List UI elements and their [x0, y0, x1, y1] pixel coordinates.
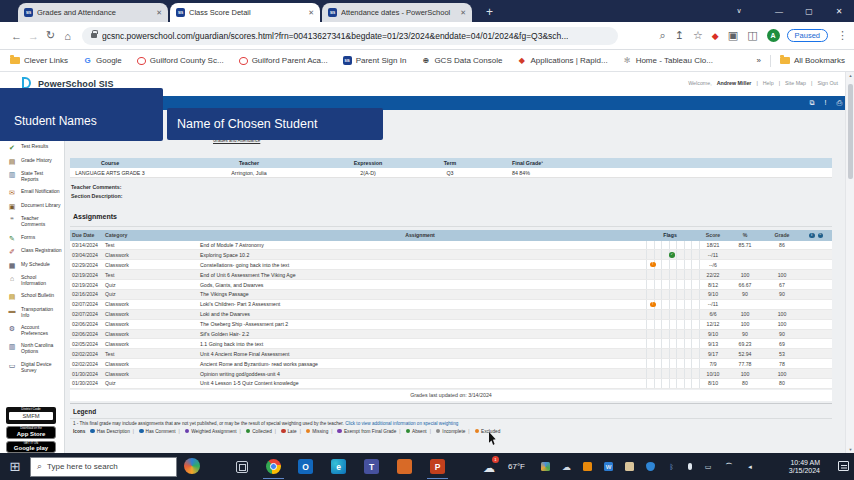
scroll-up-icon[interactable]: ▲ — [846, 73, 854, 78]
assignment-name[interactable]: Opinion writing god/goddess-unit 4 — [200, 371, 640, 377]
address-bar[interactable]: gcsnc.powerschool.com/guardian/scores.ht… — [82, 27, 618, 45]
tab-close-icon[interactable]: ✕ — [460, 9, 466, 17]
extensions-puzzle-icon[interactable]: ▣ — [728, 29, 738, 42]
assignment-name[interactable]: Sif's Golden Hair- 2.2 — [200, 331, 640, 337]
search-highlight-icon[interactable] — [184, 458, 200, 474]
temperature-text[interactable]: 67°F — [508, 462, 525, 471]
print-icon[interactable]: ⎙ — [836, 99, 842, 107]
bookmarks-overflow-chevron-icon[interactable]: » — [756, 56, 760, 65]
reload-icon[interactable]: ↻ — [42, 29, 59, 42]
assignment-name[interactable]: Unit 4 Ancient Rome Final Assessment — [200, 351, 640, 357]
side-panel-icon[interactable]: ◫ — [747, 29, 757, 42]
sidebar-item-grade-history[interactable]: ▤ Grade History — [7, 158, 62, 165]
bookmark-star-icon[interactable]: ☆ — [693, 29, 703, 42]
sidebar-item-digital-device-survey[interactable]: ▭ Digital Device Survey — [7, 362, 62, 374]
minimize-button[interactable]: — — [764, 7, 794, 16]
page-scrollbar[interactable]: ▲ ▼ — [845, 72, 854, 453]
taskbar-app-chrome[interactable] — [266, 459, 281, 474]
special-weighting-link[interactable]: Click to view additional information on … — [345, 421, 458, 426]
sign-out-link[interactable]: Sign Out — [817, 80, 838, 86]
sidebar-item-school-information[interactable]: ⌂ School Information — [7, 275, 62, 287]
word-tray-icon[interactable]: W — [604, 462, 613, 471]
forward-icon[interactable]: → — [25, 30, 42, 42]
external-link-icon[interactable]: ⧉ — [809, 99, 814, 107]
new-tab-button[interactable]: + — [486, 3, 493, 21]
assignment-name[interactable]: Exploring Space 10.2 — [200, 252, 640, 258]
home-icon[interactable]: ⌂ — [59, 30, 76, 42]
sidebar-item-state-test-reports[interactable]: ▥ State Test Reports — [7, 171, 62, 183]
bookmark-item[interactable]: SIS Parent Sign In — [343, 56, 407, 65]
bookmark-item[interactable]: ✻ Home - Tableau Clo... — [623, 56, 713, 65]
meet-now-icon[interactable] — [541, 462, 550, 471]
sidebar-item-email-notification[interactable]: ✉ Email Notification — [7, 189, 62, 196]
sidebar-item-test-results[interactable]: ✔ Test Results — [7, 144, 62, 151]
google-play-badge[interactable]: GET IT ON Google play — [6, 441, 56, 453]
sidebar-item-school-bulletin[interactable]: ▤ School Bulletin — [7, 293, 62, 300]
bookmark-item[interactable]: Guilford Parent Aca... — [239, 56, 328, 65]
back-icon[interactable]: ← — [8, 30, 25, 42]
assignment-name[interactable]: The Oseberg Ship -Assessment part 2 — [200, 321, 640, 327]
bookmark-item[interactable]: G Google — [83, 56, 122, 65]
menu-kebab-icon[interactable]: ⋮ — [837, 29, 848, 42]
extension-icon[interactable]: ◆ — [712, 31, 719, 41]
maximize-button[interactable]: ▢ — [794, 7, 824, 16]
sync-paused-badge[interactable]: Paused — [787, 29, 828, 42]
assignment-name[interactable]: End of Module 7 Astronomy — [200, 242, 640, 248]
assignment-name[interactable]: The Vikings Passage — [200, 291, 640, 297]
bookmark-item[interactable]: Clever Links — [10, 56, 68, 65]
forticlient-icon[interactable] — [583, 462, 592, 471]
sidebar-item-class-registration[interactable]: ✐ Class Registration — [7, 248, 62, 255]
zoom-icon[interactable]: ⌕ — [660, 29, 666, 42]
defender-icon[interactable] — [646, 462, 655, 471]
all-bookmarks-button[interactable]: All Bookmarks — [780, 56, 845, 65]
taskbar-search[interactable]: ⌕ Type here to search — [30, 457, 177, 477]
sidebar-item-document-library[interactable]: ▣ Document Library — [7, 203, 62, 210]
app-store-badge[interactable]: Download on the App Store — [6, 426, 56, 439]
weather-widget[interactable]: ☁ 1 — [483, 458, 495, 476]
assignment-name[interactable]: 1.1 Going back into the text — [200, 341, 640, 347]
taskbar-app-outlook[interactable]: O — [298, 459, 313, 474]
taskbar-app-teams[interactable]: T — [364, 459, 379, 474]
browser-tab[interactable]: SIS Class Score Detail ✕ — [170, 3, 320, 22]
action-center-icon[interactable] — [838, 461, 849, 471]
assignment-name[interactable]: Unit 4 Lesson 1-5 Quiz Content knowledge — [200, 380, 640, 386]
assignment-name[interactable]: Gods, Giants, and Dwarves — [200, 282, 640, 288]
microphone-icon[interactable] — [688, 463, 692, 470]
taskbar-clock[interactable]: 10:49 AM 3/15/2024 — [768, 459, 820, 476]
sidebar-item-transportation-info[interactable]: ▬ Transportation Info — [7, 307, 62, 319]
taskbar-app-edge[interactable]: e — [331, 459, 346, 474]
wifi-icon[interactable]: ⌒ — [725, 462, 734, 471]
share-icon[interactable]: ↥ — [675, 29, 684, 42]
close-window-button[interactable]: ✕ — [824, 7, 854, 16]
sidebar-item-my-schedule[interactable]: ▦ My Schedule — [7, 262, 62, 269]
battery-icon[interactable]: ▭ — [704, 462, 713, 471]
bluetooth-icon[interactable]: ᛒ — [667, 462, 676, 471]
bookmark-item[interactable]: ◆ Applications | Rapid... — [517, 56, 607, 65]
start-button[interactable]: ⊞ — [0, 453, 30, 480]
sidebar-item-account-preferences[interactable]: ⚙ Account Preferences — [7, 325, 62, 337]
tab-close-icon[interactable]: ✕ — [156, 9, 162, 17]
sidebar-item-forms[interactable]: ✎ Forms — [7, 235, 62, 242]
bookmark-item[interactable]: ⊕ GCS Data Console — [421, 56, 502, 65]
tab-close-icon[interactable]: ✕ — [308, 9, 314, 17]
browser-tab[interactable]: SIS Grades and Attendance ✕ — [18, 3, 168, 22]
assignment-name[interactable]: Loki's Children- Part 3 Assessment — [200, 301, 640, 307]
sidebar-item-teacher-comments[interactable]: ❝ Teacher Comments — [7, 216, 62, 228]
site-map-link[interactable]: Site Map — [785, 80, 806, 86]
scroll-down-icon[interactable]: ▼ — [846, 447, 854, 452]
sidebar-item-north-carolina-options[interactable]: ▥ North Carolina Options — [7, 343, 62, 355]
bookmark-item[interactable]: Guilford County Sc... — [137, 56, 224, 65]
taskbar-app-office[interactable] — [397, 459, 412, 474]
profile-avatar[interactable]: A — [767, 29, 780, 42]
scrollbar-thumb[interactable] — [848, 84, 853, 179]
assignment-name[interactable]: End of Unit 6 Assessment The Viking Age — [200, 272, 640, 278]
help-link[interactable]: Help — [763, 80, 774, 86]
onedrive-icon[interactable]: ☁ — [562, 462, 571, 471]
taskbar-app-powerpoint[interactable]: P — [430, 459, 445, 474]
tab-search-chevron-icon[interactable]: ∨ — [726, 7, 752, 15]
volume-icon[interactable]: ◄ — [746, 462, 755, 471]
assignment-name[interactable]: Ancient Rome and Byzantium- read works p… — [200, 361, 640, 367]
task-view-button[interactable] — [236, 461, 248, 473]
assignment-name[interactable]: Loki and the Dwarves — [200, 311, 640, 317]
assignment-name[interactable]: Constellations- going back into the text — [200, 262, 640, 268]
